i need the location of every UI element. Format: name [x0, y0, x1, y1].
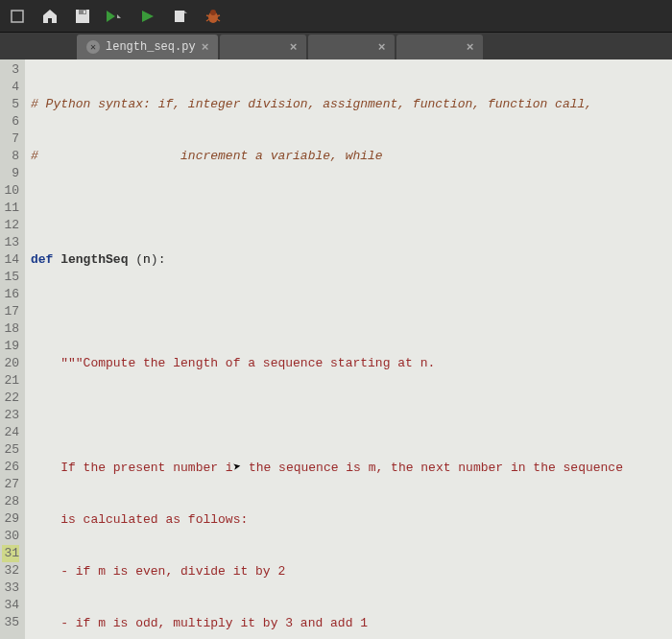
svg-line-9 [206, 19, 209, 21]
svg-point-6 [210, 10, 216, 15]
tab-blank-1[interactable]: × [220, 35, 306, 59]
tab-blank-2[interactable]: × [308, 35, 395, 59]
bug-icon[interactable] [204, 7, 223, 26]
toolbar [0, 0, 672, 33]
svg-line-10 [217, 19, 220, 21]
code-area[interactable]: # Python syntax: if, integer division, a… [25, 59, 629, 639]
tab-close-x[interactable]: × [202, 40, 209, 55]
close-icon[interactable]: ✕ [86, 40, 100, 54]
play-icon[interactable] [138, 7, 157, 26]
tab-close-x[interactable]: × [290, 40, 298, 55]
tab-close-x[interactable]: × [378, 40, 386, 55]
square-icon[interactable] [8, 7, 27, 26]
svg-line-8 [217, 15, 220, 16]
tab-file-active[interactable]: ✕ length_seq.py × [77, 35, 218, 59]
home-icon[interactable] [40, 7, 60, 26]
svg-rect-0 [12, 11, 23, 22]
svg-rect-4 [175, 11, 184, 22]
tab-bar: ✕ length_seq.py × × × × [0, 33, 672, 59]
code-editor[interactable]: 3456789101112131415161718192021222324252… [0, 59, 672, 639]
svg-rect-3 [84, 11, 85, 13]
tab-label: length_seq.py [106, 40, 196, 54]
debug-play-icon[interactable] [106, 7, 125, 26]
save-icon[interactable] [73, 7, 92, 26]
script-icon[interactable] [171, 7, 190, 26]
svg-line-7 [206, 15, 209, 16]
line-number-gutter: 3456789101112131415161718192021222324252… [0, 59, 25, 639]
tab-close-x[interactable]: × [467, 40, 474, 55]
tab-blank-3[interactable]: × [396, 35, 483, 59]
